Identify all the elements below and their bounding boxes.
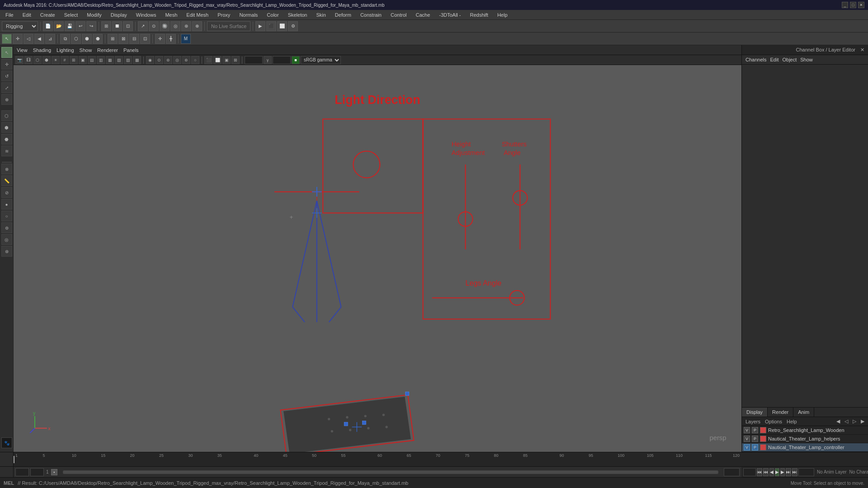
- menu-display[interactable]: Display: [109, 11, 129, 19]
- show-tab[interactable]: Show: [800, 57, 813, 62]
- menu-windows[interactable]: Windows: [134, 11, 158, 19]
- soft-mod-left[interactable]: ⬡: [1, 110, 12, 121]
- vp-iso1[interactable]: ▣: [79, 56, 87, 64]
- layer3-v-checkbox[interactable]: V: [744, 444, 750, 450]
- ik-left[interactable]: ⊚: [1, 222, 12, 233]
- layer3-name[interactable]: Nautical_Theater_Lamp_controller: [768, 445, 866, 450]
- snap-to-curve[interactable]: ⊟: [129, 34, 139, 44]
- current-frame-input[interactable]: 1: [15, 468, 29, 476]
- crease-left[interactable]: ≋: [1, 145, 12, 156]
- menu-cache[interactable]: Cache: [414, 11, 432, 19]
- menu-skin[interactable]: Skin: [314, 11, 327, 19]
- vp-render3[interactable]: ⊚: [164, 56, 172, 64]
- vp-menu-shading[interactable]: Shading: [32, 47, 52, 53]
- layer2-v-checkbox[interactable]: V: [744, 436, 750, 442]
- move-add-btn[interactable]: ✛: [155, 34, 165, 44]
- vp-iso7[interactable]: ▩: [133, 56, 141, 64]
- ik3-left[interactable]: ⊛: [1, 246, 12, 257]
- vp-vis4[interactable]: ⊠: [231, 56, 240, 64]
- transform-tool[interactable]: ⧉: [60, 34, 70, 44]
- joint-left[interactable]: ●: [1, 199, 12, 210]
- cluster-left[interactable]: ⊘: [1, 187, 12, 198]
- vp-vis2[interactable]: ⬜: [213, 56, 222, 64]
- object-tab[interactable]: Object: [782, 57, 797, 62]
- snap-to-grid[interactable]: ⊠: [118, 34, 128, 44]
- pb-go-end[interactable]: ⏭: [792, 468, 797, 476]
- menu-normals[interactable]: Normals: [237, 11, 259, 19]
- pb-go-start[interactable]: ⏮: [757, 468, 762, 476]
- pb-play[interactable]: ▶: [775, 468, 779, 476]
- vp-wireframe-icon[interactable]: ⬡: [33, 56, 42, 64]
- vp-render2[interactable]: ⊙: [155, 56, 163, 64]
- edit-pivot[interactable]: ⊞: [108, 34, 118, 44]
- bone-left[interactable]: ○: [1, 211, 12, 221]
- menu-mesh[interactable]: Mesh: [163, 11, 179, 19]
- paint-tool[interactable]: 🔘: [160, 21, 170, 31]
- vp-menu-lighting[interactable]: Lighting: [55, 47, 75, 53]
- ik2-left[interactable]: ◎: [1, 234, 12, 245]
- move-tool-left[interactable]: ✛: [1, 59, 12, 70]
- vp-shaded-icon[interactable]: ⬢: [42, 56, 51, 64]
- vp-menu-view[interactable]: View: [15, 47, 29, 53]
- menu-edit-mesh[interactable]: Edit Mesh: [184, 11, 210, 19]
- save-scene-button[interactable]: 💾: [65, 21, 75, 31]
- tool3[interactable]: ⊡: [123, 21, 133, 31]
- menu-file[interactable]: File: [4, 11, 15, 19]
- rigging-mode-dropdown[interactable]: Rigging Animation Modeling Rendering: [2, 21, 38, 31]
- new-scene-button[interactable]: 📄: [43, 21, 53, 31]
- render-settings-button[interactable]: ⚙: [288, 21, 298, 31]
- menu-redshift[interactable]: Redshift: [468, 11, 490, 19]
- menu-3dtoall[interactable]: -3DToAll -: [437, 11, 462, 19]
- next-layer-btn[interactable]: ▶: [859, 418, 866, 425]
- vp-iso3[interactable]: ▥: [97, 56, 105, 64]
- arrow-tool[interactable]: ↖: [2, 34, 12, 44]
- lasso-tool[interactable]: ⊙: [149, 21, 159, 31]
- gamma-scale-input[interactable]: 1.00: [273, 56, 291, 64]
- vp-render1[interactable]: ◉: [146, 56, 154, 64]
- menu-help[interactable]: Help: [495, 11, 509, 19]
- timeline-range-area[interactable]: [59, 467, 722, 477]
- layer3-p-checkbox[interactable]: P: [752, 444, 758, 450]
- pb-end-frame-input[interactable]: 200: [798, 468, 814, 476]
- snap-to-point[interactable]: ⊡: [140, 34, 150, 44]
- menu-deform[interactable]: Deform: [333, 11, 353, 19]
- viewport-3d[interactable]: View Shading Lighting Show Renderer Pane…: [14, 45, 741, 452]
- channel-box-close-icon[interactable]: ✕: [860, 47, 864, 52]
- close-button[interactable]: ✕: [858, 2, 864, 8]
- menu-create[interactable]: Create: [38, 11, 57, 19]
- pb-step-back[interactable]: ⏮: [763, 468, 769, 476]
- help-label[interactable]: Help: [785, 418, 799, 425]
- layer2-p-checkbox[interactable]: P: [752, 436, 758, 442]
- pb-step-fwd[interactable]: ⏭: [786, 468, 791, 476]
- add-layer-btn[interactable]: ▷: [851, 418, 858, 425]
- gamma-offset-input[interactable]: 0.00: [245, 56, 263, 64]
- layer2-name[interactable]: Nautical_Theater_Lamp_helpers: [768, 436, 866, 441]
- universal-manip-left[interactable]: ⊕: [1, 94, 12, 105]
- menu-select[interactable]: Select: [62, 11, 80, 19]
- vp-menu-renderer[interactable]: Renderer: [96, 47, 119, 53]
- paint-select[interactable]: ◀: [34, 34, 44, 44]
- snap-button[interactable]: 🔲: [112, 21, 122, 31]
- layer1-name[interactable]: Retro_Searchlight_Lamp_Wooden: [768, 427, 866, 433]
- vp-iso5[interactable]: ▧: [115, 56, 123, 64]
- render-view-button[interactable]: ▶: [255, 21, 265, 31]
- move-tool[interactable]: ✛: [13, 34, 23, 44]
- back-layer-btn[interactable]: ◁: [843, 418, 850, 425]
- timeline-scrollbar[interactable]: [63, 470, 718, 474]
- vp-grid-icon[interactable]: #: [61, 56, 69, 64]
- frame-input-2[interactable]: 1: [30, 468, 44, 476]
- vp-snap-icon[interactable]: ⊞: [70, 56, 78, 64]
- maximize-button[interactable]: □: [850, 2, 856, 8]
- redo-button[interactable]: ↪: [86, 21, 96, 31]
- pb-prev-frame[interactable]: ◀: [769, 468, 774, 476]
- scale-tool-left[interactable]: ⤢: [1, 82, 12, 93]
- minimize-button[interactable]: _: [842, 2, 848, 8]
- pb-frame-input[interactable]: 1: [743, 468, 756, 476]
- vp-render6[interactable]: ○: [191, 56, 199, 64]
- vp-iso4[interactable]: ▦: [106, 56, 114, 64]
- options-label[interactable]: Options: [763, 418, 784, 425]
- viewport-canvas[interactable]: Light Direction Height Adjustment Shutte: [14, 65, 741, 452]
- undo-button[interactable]: ↩: [75, 21, 85, 31]
- magnet-tool[interactable]: ⊛: [181, 21, 191, 31]
- vp-iso6[interactable]: ▨: [124, 56, 132, 64]
